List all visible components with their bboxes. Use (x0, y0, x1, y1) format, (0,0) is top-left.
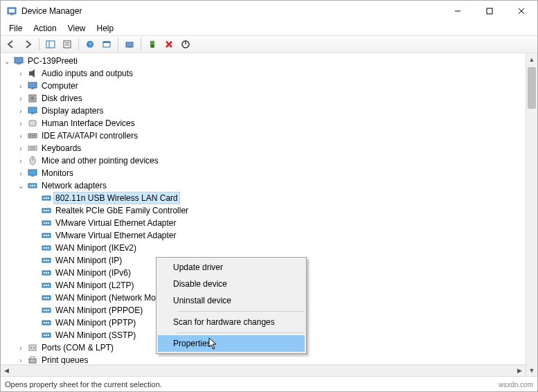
expand-icon[interactable]: › (16, 357, 26, 364)
help-toolbar-button[interactable]: ? (82, 37, 98, 52)
tree-category[interactable]: ›Print queues (1, 354, 526, 364)
expand-icon[interactable]: › (16, 107, 26, 115)
ctx-scan-hardware[interactable]: Scan for hardware changes (158, 314, 305, 330)
show-hide-tree-button[interactable] (43, 37, 58, 52)
scroll-down-icon[interactable]: ▼ (526, 364, 537, 376)
svg-rect-80 (48, 297, 49, 299)
expand-icon[interactable]: › (16, 170, 26, 177)
collapse-icon[interactable]: ⌄ (16, 182, 26, 190)
properties-toolbar-button[interactable] (60, 37, 75, 52)
tree-device[interactable]: 802.11n USB Wireless LAN Card (1, 192, 526, 204)
svg-rect-23 (28, 82, 37, 88)
svg-rect-47 (46, 197, 47, 199)
ctx-separator (177, 332, 303, 333)
watermark: wsxdn.com (496, 380, 535, 389)
tree-device[interactable]: VMware Virtual Ethernet Adapter (1, 229, 526, 242)
scan-hardware-button[interactable] (122, 37, 137, 52)
svg-rect-7 (46, 41, 55, 48)
display-icon (27, 105, 38, 116)
menu-file[interactable]: File (3, 22, 28, 35)
uninstall-button[interactable] (161, 37, 177, 52)
tree-category[interactable]: ›Audio inputs and outputs (1, 67, 526, 80)
svg-point-26 (30, 96, 35, 100)
tree-category[interactable]: ›Computer (1, 80, 526, 92)
svg-rect-56 (48, 222, 49, 224)
svg-rect-62 (44, 247, 45, 249)
svg-rect-75 (46, 285, 47, 286)
menu-action[interactable]: Action (28, 22, 62, 35)
close-button[interactable] (505, 1, 537, 21)
tree-category-network[interactable]: ⌄ Network adapters (1, 179, 526, 192)
action-toolbar-button[interactable] (99, 37, 114, 52)
tree-device[interactable]: VMware Virtual Ethernet Adapter (1, 217, 526, 229)
ctx-uninstall-device[interactable]: Uninstall device (158, 292, 305, 309)
network-adapter-icon (41, 267, 52, 278)
svg-point-31 (30, 135, 31, 136)
svg-rect-97 (30, 357, 35, 359)
tree-device[interactable]: Realtek PCIe GbE Family Controller (1, 204, 526, 217)
expand-icon[interactable]: › (16, 132, 26, 140)
svg-rect-2 (10, 14, 13, 15)
ctx-update-driver[interactable]: Update driver (158, 259, 305, 276)
svg-rect-16 (126, 42, 133, 47)
svg-rect-60 (48, 235, 49, 236)
network-adapter-icon (41, 255, 52, 266)
toolbar-separator (78, 38, 79, 51)
horizontal-scrollbar[interactable]: ◀ ▶ (1, 364, 526, 376)
tree-category[interactable]: ›Human Interface Devices (1, 117, 526, 130)
tree-category[interactable]: ›Monitors (1, 167, 526, 179)
ctx-properties[interactable]: Properties (158, 335, 305, 352)
expand-icon[interactable]: › (16, 95, 26, 103)
tree-category[interactable]: ›Disk drives (1, 92, 526, 105)
tree-category[interactable]: ›Display adapters (1, 105, 526, 117)
toolbar-separator (39, 38, 39, 51)
ide-icon (27, 130, 38, 141)
collapse-icon[interactable]: ⌄ (2, 57, 12, 65)
network-adapter-icon (41, 317, 52, 328)
svg-rect-24 (31, 88, 34, 89)
svg-rect-1 (9, 9, 15, 12)
expand-icon[interactable]: › (16, 145, 26, 152)
menubar: File Action View Help (1, 21, 537, 35)
tree-category[interactable]: ›IDE ATA/ATAPI controllers (1, 130, 526, 142)
ctx-disable-device[interactable]: Disable device (158, 276, 305, 292)
svg-rect-91 (46, 335, 47, 336)
scroll-right-icon[interactable]: ▶ (514, 367, 526, 374)
computer-icon (27, 80, 38, 91)
window-title: Device Manager (21, 6, 442, 16)
svg-rect-72 (48, 272, 49, 274)
svg-rect-88 (48, 322, 49, 323)
scroll-left-icon[interactable]: ◀ (1, 367, 12, 374)
maximize-button[interactable] (474, 1, 505, 21)
expand-icon[interactable]: › (16, 82, 26, 90)
expand-icon[interactable]: › (16, 70, 26, 78)
svg-rect-54 (44, 222, 45, 224)
svg-rect-52 (48, 210, 49, 211)
menu-help[interactable]: Help (91, 22, 120, 35)
device-label: WAN Miniport (PPTP) (54, 317, 137, 328)
tree-category[interactable]: ›Keyboards (1, 142, 526, 154)
monitor-icon (27, 168, 38, 179)
tree-device[interactable]: WAN Miniport (IKEv2) (1, 242, 526, 254)
svg-rect-51 (46, 210, 47, 211)
svg-rect-71 (46, 272, 47, 274)
vertical-scrollbar[interactable]: ▲ ▼ (526, 53, 537, 376)
menu-view[interactable]: View (62, 22, 91, 35)
back-button[interactable] (3, 37, 19, 52)
minimize-button[interactable] (442, 1, 474, 21)
category-label: Computer (40, 80, 80, 91)
forward-button[interactable] (20, 37, 35, 52)
tree-category[interactable]: ›Mice and other pointing devices (1, 154, 526, 167)
expand-icon[interactable]: › (16, 120, 26, 127)
svg-rect-48 (48, 197, 49, 199)
expand-icon[interactable]: › (16, 344, 26, 352)
window-controls (442, 1, 537, 21)
scroll-thumb[interactable] (528, 67, 536, 109)
scroll-up-icon[interactable]: ▲ (526, 53, 537, 65)
expand-icon[interactable]: › (16, 157, 26, 165)
update-driver-button[interactable] (145, 37, 160, 52)
tree-root[interactable]: ⌄ PC-139Preeti (1, 55, 526, 67)
svg-rect-43 (32, 185, 33, 186)
disable-button[interactable] (178, 37, 193, 52)
svg-rect-59 (46, 235, 47, 236)
